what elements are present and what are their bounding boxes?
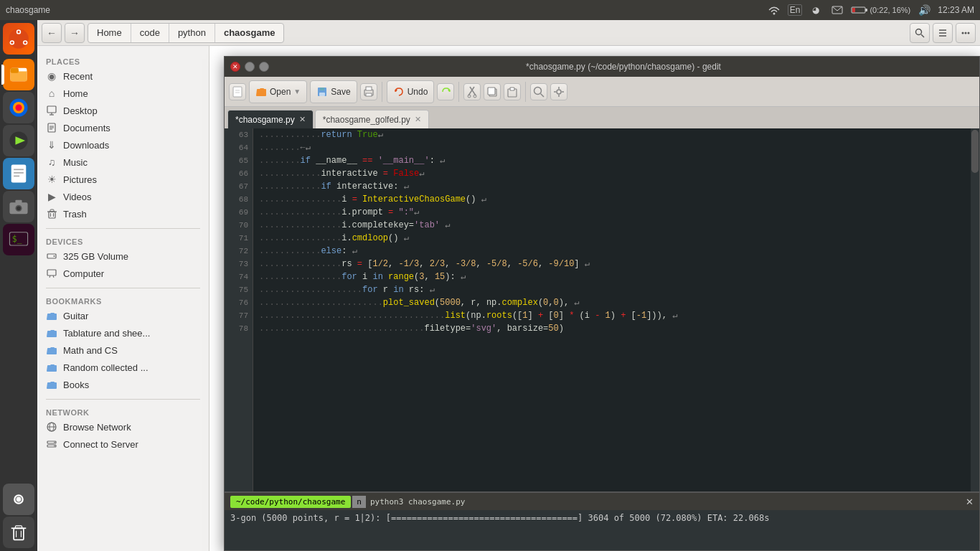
menu-button[interactable] <box>933 23 953 43</box>
new-document-button[interactable] <box>229 83 246 100</box>
code-line-67: ............if interactive: ↵ <box>259 180 965 193</box>
sidebar-section-header-network: Network <box>37 405 209 418</box>
line-num-78: 78 <box>239 322 248 335</box>
line-num-75: 75 <box>239 283 248 296</box>
tab-chaosgame[interactable]: *chaosgame.py ✕ <box>227 110 314 128</box>
language-indicator[interactable]: En <box>788 4 803 16</box>
tab-close-chaosgame[interactable]: ✕ <box>299 115 306 124</box>
sidebar-section-devices: Devices 325 GB Volume Computer <box>37 232 209 285</box>
sidebar-item-music[interactable]: ♫ Music <box>37 154 209 171</box>
sidebar-item-books[interactable]: Books <box>37 376 209 393</box>
settings-launcher-icon[interactable] <box>3 484 34 515</box>
sidebar-item-computer[interactable]: Computer <box>37 265 209 282</box>
svg-point-37 <box>916 29 922 34</box>
code-content[interactable]: ............return True↵ ........←↵ ....… <box>253 128 971 491</box>
breadcrumb-chaosgame[interactable]: chaosgame <box>215 23 284 43</box>
more-button[interactable] <box>956 23 976 43</box>
gedit-maximize-button[interactable] <box>259 62 269 72</box>
terminal-content[interactable]: 3-gon (5000 points, r = 1|2): [=========… <box>225 510 979 526</box>
save-button[interactable]: Save <box>310 80 357 103</box>
cut-button[interactable] <box>463 83 481 100</box>
code-line-70: ................i.completekey='tab' ↵ <box>259 219 965 232</box>
svg-point-44 <box>968 32 970 34</box>
computer-icon <box>46 268 57 279</box>
sidebar-item-connect-server[interactable]: Connect to Server <box>37 435 209 453</box>
clock: 12:23 AM <box>938 5 974 15</box>
wifi-icon[interactable] <box>766 2 782 18</box>
sidebar-item-recent[interactable]: ◉ Recent <box>37 67 209 85</box>
code-line-64: ........←↵ <box>259 141 965 154</box>
search-button[interactable] <box>910 23 930 43</box>
sidebar-item-tablature[interactable]: Tablature and shee... <box>37 324 209 342</box>
back-button[interactable]: ← <box>42 23 62 43</box>
bluetooth-icon[interactable]: ◕ <box>808 2 824 18</box>
redo-button[interactable] <box>437 83 454 100</box>
search-gedit-button[interactable] <box>530 83 547 100</box>
code-line-63: ............return True↵ <box>259 128 965 141</box>
sidebar-item-videos[interactable]: ▶ Videos <box>37 188 209 205</box>
print-button[interactable] <box>360 83 377 100</box>
sidebar-item-downloads[interactable]: ⇓ Downloads <box>37 136 209 154</box>
firefox-launcher-icon[interactable] <box>3 92 34 123</box>
sidebar-item-math[interactable]: Math and CS <box>37 342 209 359</box>
trash-launcher-icon-bottom[interactable] <box>3 517 34 548</box>
terminal-close-button[interactable]: ✕ <box>966 496 974 507</box>
sidebar-item-volume[interactable]: 325 GB Volume <box>37 248 209 265</box>
svg-point-31 <box>17 497 22 502</box>
sidebar-item-browse-network[interactable]: Browse Network <box>37 418 209 435</box>
tab-label: *chaosgame.py <box>235 115 295 125</box>
svg-rect-137 <box>366 93 372 96</box>
sidebar-separator-3 <box>46 399 200 400</box>
toolbar-separator-2 <box>458 82 459 102</box>
code-line-68: ................i = InteractiveChaosGame… <box>259 193 965 206</box>
sidebar-item-trash[interactable]: Trash <box>37 205 209 222</box>
gedit-launcher-icon[interactable] <box>3 158 34 189</box>
breadcrumb-code[interactable]: code <box>131 23 169 43</box>
sidebar-item-desktop[interactable]: Desktop <box>37 102 209 119</box>
scrollbar-thumb[interactable] <box>971 130 979 173</box>
window-title: chaosgame <box>6 5 50 15</box>
open-label: Open <box>270 87 291 97</box>
volume-icon[interactable]: 🔊 <box>916 2 932 18</box>
svg-rect-133 <box>320 88 324 90</box>
tab-close-golfed[interactable]: ✕ <box>415 115 421 124</box>
sidebar-item-random[interactable]: Random collected ... <box>37 359 209 376</box>
sidebar-item-guitar[interactable]: Guitar <box>37 307 209 324</box>
gedit-close-button[interactable]: ✕ <box>230 62 240 72</box>
tools-gedit-button[interactable] <box>550 83 567 100</box>
terminal-launcher-icon[interactable]: $_ <box>3 224 34 255</box>
tab-chaosgame-golfed[interactable]: *chaosgame_golfed.py ✕ <box>315 110 429 128</box>
sidebar-section-header-places: Places <box>37 55 209 67</box>
svg-rect-59 <box>47 270 56 276</box>
save-label: Save <box>331 87 350 97</box>
undo-button[interactable]: Undo <box>387 80 435 103</box>
clock-icon: ◉ <box>46 70 57 82</box>
sidebar-item-documents[interactable]: Documents <box>37 119 209 136</box>
folder-books-icon <box>46 379 57 390</box>
line-num-72: 72 <box>239 245 248 258</box>
terminal-command: python3 chaosgame.py <box>366 497 465 507</box>
sidebar-section-network: Network Browse Network Connect to Server <box>37 402 209 456</box>
mail-icon[interactable] <box>829 2 845 18</box>
gedit-title: *chaosgame.py (~/code/python/chaosgame) … <box>273 62 974 72</box>
music-launcher-icon[interactable] <box>3 125 34 156</box>
open-button[interactable]: Open ▼ <box>249 80 307 103</box>
line-num-63: 63 <box>239 128 248 141</box>
svg-rect-27 <box>15 200 22 204</box>
breadcrumb-python[interactable]: python <box>169 23 215 43</box>
breadcrumb-home[interactable]: Home <box>88 23 131 43</box>
sidebar-item-home[interactable]: ⌂ Home <box>37 85 209 102</box>
camera-launcher-icon[interactable] <box>3 191 34 222</box>
gedit-minimize-button[interactable] <box>245 62 255 72</box>
forward-button[interactable]: → <box>65 23 85 43</box>
vertical-scrollbar[interactable] <box>971 128 979 491</box>
ubuntu-launcher-icon[interactable] <box>3 23 34 55</box>
paste-button[interactable] <box>504 83 521 100</box>
copy-button[interactable] <box>484 83 501 100</box>
line-num-65: 65 <box>239 154 248 167</box>
files-launcher-icon[interactable] <box>3 59 34 90</box>
code-area: 63 64 65 66 67 68 69 70 71 72 73 74 75 7… <box>225 128 979 491</box>
sidebar-item-pictures[interactable]: ☀ Pictures <box>37 171 209 188</box>
desktop-icon <box>46 105 57 116</box>
battery-text: (0:22, 16%) <box>870 6 910 14</box>
